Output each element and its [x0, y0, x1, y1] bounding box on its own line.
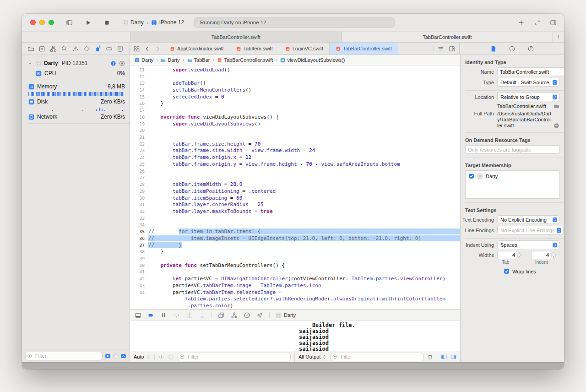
breadcrumb-item[interactable]: MviewDidLayoutSubviews() — [280, 57, 345, 63]
line-number[interactable]: 22 — [130, 142, 148, 147]
line-number[interactable]: 23 — [130, 148, 148, 153]
file-inspector-icon[interactable] — [490, 45, 497, 52]
step-into-icon[interactable] — [186, 312, 193, 319]
line-number[interactable]: 37 — [130, 243, 148, 248]
code-line[interactable]: 44 partiesVC.tabBarItem.selectedImage = — [130, 289, 460, 296]
editor-tab[interactable]: TabItem.swift — [230, 43, 279, 54]
line-number[interactable]: 28 — [130, 182, 148, 187]
code-line[interactable]: 32 tabBar.layer.masksToBounds = true — [130, 208, 460, 215]
pause-execution-icon[interactable] — [160, 312, 167, 319]
line-number[interactable]: 21 — [130, 135, 148, 140]
window-tab[interactable]: TabBarController.swift — [130, 32, 342, 42]
memory-gauge-row[interactable]: Memory 9,8 MB — [22, 82, 130, 92]
line-number[interactable]: 30 — [130, 196, 148, 201]
line-number[interactable]: 14 — [130, 87, 148, 93]
breadcrumb-item[interactable]: TabBar — [187, 57, 210, 63]
pause-process-icon[interactable] — [119, 60, 125, 66]
jump-bar[interactable]: Darty›Darty›TabBar›TabBarController.swif… — [130, 55, 460, 65]
code-line[interactable]: 14 setTabBarMenuControllers() — [130, 87, 460, 93]
code-line[interactable]: 30 tabBar.itemSpacing = 60 — [130, 195, 460, 201]
tab-width-field[interactable] — [497, 251, 517, 259]
encoding-select[interactable]: No Explicit Encoding — [497, 215, 559, 224]
breadcrumb-item[interactable]: Darty — [161, 57, 179, 63]
file-type-select[interactable]: Default - Swift Source — [497, 78, 559, 87]
process-row[interactable]: Darty PID 12351 — [22, 58, 130, 68]
navigator-filter-input[interactable] — [25, 352, 103, 360]
close-window-button[interactable] — [30, 20, 36, 25]
code-line[interactable]: 12 — [130, 73, 460, 80]
code-line[interactable]: 25 tabBar.frame.origin.y = view.frame.he… — [130, 161, 460, 168]
line-number[interactable]: 34 — [130, 222, 148, 227]
project-navigator-icon[interactable] — [27, 45, 34, 52]
editor-tab[interactable]: AppCoordinator.swift — [164, 43, 230, 54]
file-name-field[interactable] — [497, 67, 564, 76]
memory-graph-icon[interactable] — [231, 312, 238, 319]
line-number[interactable]: 24 — [130, 155, 148, 160]
hide-debug-area-icon[interactable] — [135, 312, 141, 319]
tab-width-stepper[interactable] — [517, 251, 523, 259]
scheme-selector[interactable]: Darty › iPhone 12 — [122, 19, 184, 26]
line-number[interactable]: 43 — [130, 283, 148, 288]
zoom-window-button[interactable] — [49, 20, 54, 25]
window-tab[interactable]: TabBarController.swift — [342, 32, 553, 42]
source-control-navigator-icon[interactable] — [38, 45, 45, 52]
code-line[interactable]: TabItem.parties.selectedIcon?.withRender… — [130, 295, 460, 302]
code-line[interactable]: 31 tabBar.layer.cornerRadius = 25 — [130, 201, 460, 208]
line-number[interactable]: 12 — [130, 74, 148, 79]
history-inspector-icon[interactable] — [509, 45, 515, 52]
go-forward-button[interactable] — [154, 45, 161, 52]
code-line[interactable]: 33 — [130, 215, 460, 222]
code-line[interactable]: 36// item.imageInsets = UIEdgeInsets(top… — [130, 235, 460, 242]
editor-tab[interactable]: TabBarController.swift — [330, 43, 398, 54]
issue-navigator-icon[interactable] — [72, 45, 79, 52]
filter-recent-icon[interactable] — [105, 353, 111, 359]
line-number[interactable]: 41 — [130, 269, 148, 274]
line-endings-select[interactable]: No Explicit Line Endings — [497, 226, 564, 234]
filter-view-icon[interactable] — [113, 353, 119, 359]
code-line[interactable]: 29 tabBar.itemPositioning = .centered — [130, 188, 460, 195]
code-line[interactable]: 34 — [130, 222, 460, 229]
code-line[interactable]: 11 super.viewDidLoad() — [130, 66, 460, 73]
debug-navigator-icon[interactable] — [94, 45, 101, 52]
line-number[interactable]: 20 — [130, 128, 148, 133]
line-number[interactable]: 38 — [130, 249, 148, 254]
code-line[interactable]: 24 tabBar.frame.origin.x = 12 — [130, 154, 460, 161]
breadcrumb-item[interactable]: TabBarController.swift — [217, 57, 273, 63]
code-line[interactable]: 37// } — [130, 242, 460, 249]
print-description-icon[interactable] — [168, 354, 174, 360]
disk-gauge-row[interactable]: Disk Zero KB/s — [22, 97, 130, 107]
code-line[interactable]: 41 — [130, 269, 460, 276]
line-number[interactable]: 35 — [130, 229, 148, 234]
disclosure-chevron-icon[interactable] — [27, 61, 33, 66]
run-button[interactable] — [85, 19, 92, 26]
console-output-selector[interactable]: All Output — [298, 354, 327, 359]
line-number[interactable]: 44 — [130, 290, 148, 295]
reveal-folder-icon[interactable] — [553, 103, 559, 109]
code-line[interactable]: 13 addTabBar() — [130, 80, 460, 87]
location-select[interactable]: Relative to Group — [497, 93, 559, 101]
breadcrumb-item[interactable]: Darty — [135, 57, 153, 63]
line-number[interactable]: 42 — [130, 276, 148, 281]
target-membership-list[interactable]: Darty — [465, 170, 559, 199]
related-items-icon[interactable] — [133, 45, 140, 52]
open-path-arrow-icon[interactable] — [553, 123, 559, 129]
code-line[interactable]: 26 — [130, 168, 460, 174]
environment-overrides-icon[interactable] — [244, 312, 250, 319]
wrap-lines-row[interactable]: Wrap lines — [504, 268, 564, 274]
line-number[interactable]: 36 — [130, 236, 148, 241]
code-line[interactable]: 20 — [130, 127, 460, 134]
line-number[interactable]: 31 — [130, 202, 148, 207]
code-line[interactable]: 35// for item in tabBar.items! { — [130, 228, 460, 235]
quick-help-inspector-icon[interactable]: ? — [527, 45, 534, 52]
debug-process-chip[interactable]: Darty — [276, 312, 296, 318]
code-line[interactable]: 40 private func setTabBarMenuControllers… — [130, 262, 460, 269]
code-line[interactable]: 23 tabBar.frame.size.width = view.frame.… — [130, 147, 460, 154]
test-navigator-icon[interactable] — [83, 45, 90, 52]
line-number[interactable]: 33 — [130, 216, 148, 221]
indent-width-stepper[interactable] — [551, 251, 557, 259]
odr-tags-field[interactable]: Only resources are taggable — [465, 145, 559, 154]
line-number[interactable]: 19 — [130, 121, 148, 126]
show-variables-view-icon[interactable] — [441, 354, 447, 360]
line-number[interactable]: 32 — [130, 209, 148, 214]
filter-stack-icon[interactable] — [120, 353, 126, 359]
